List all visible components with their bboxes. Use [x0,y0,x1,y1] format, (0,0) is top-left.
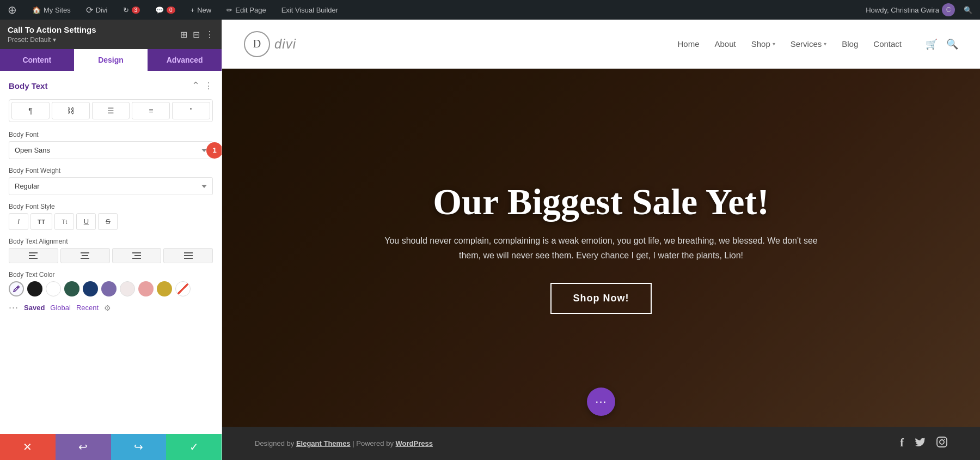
body-font-weight-select[interactable]: Regular Light Medium Bold [9,177,213,195]
style-toolbar: I TT Tt U S [9,213,213,230]
search-icon: 🔍 [964,6,972,14]
color-actions: ··· Saved Global Recent ⚙ [9,302,213,313]
responsive-icon[interactable]: ⊞ [180,29,187,40]
save-button[interactable]: ✓ [166,434,222,460]
cart-icon[interactable]: 🛒 [926,38,938,50]
svg-rect-11 [184,258,193,259]
services-chevron-icon: ▾ [824,41,826,47]
undo-button[interactable]: ↩ [56,434,111,460]
panel-title: Call To Action Settings [8,25,96,34]
color-dropper-btn[interactable] [9,281,24,296]
site-nav: D divi Home About Shop ▾ Services ▾ [222,20,980,69]
comments-btn[interactable]: 💬 0 [152,6,179,14]
align-left-btn[interactable] [9,248,58,263]
new-btn[interactable]: + New [187,6,215,14]
underline-style-btn[interactable]: U [76,213,96,230]
my-sites-btn[interactable]: 🏠 My Sites [29,6,74,14]
color-settings-gear-icon[interactable]: ⚙ [104,304,111,312]
color-dots-icon[interactable]: ··· [9,302,19,313]
color-gold[interactable] [157,281,172,296]
fab-button[interactable]: ··· [587,388,615,416]
body-font-select[interactable]: Open Sans Arial Georgia Helvetica [9,141,213,159]
unordered-list-btn[interactable]: ☰ [92,102,130,119]
color-pink[interactable] [138,281,154,296]
strikethrough-style-btn[interactable]: S [98,213,118,230]
wp-icon[interactable]: ⊕ [4,3,20,16]
site-footer: Designed by Elegant Themes | Powered by … [222,427,980,460]
user-greeting[interactable]: Howdy, Christina Gwira C [862,3,958,16]
nav-blog[interactable]: Blog [842,39,858,49]
nav-icons: 🛒 🔍 [926,38,958,50]
twitter-icon[interactable] [915,437,926,450]
edit-page-btn[interactable]: ✏ Edit Page [223,6,269,14]
svg-rect-2 [29,258,38,259]
admin-search-btn[interactable]: 🔍 [960,6,976,14]
section-collapse-icon[interactable]: ⌃ [192,80,200,92]
color-light-pink[interactable] [120,281,135,296]
color-dark-blue[interactable] [83,281,98,296]
logo-text: divi [274,37,296,52]
color-black[interactable] [27,281,42,296]
align-justify-btn[interactable] [163,248,213,263]
divi-btn[interactable]: ⟳ Divi [83,5,111,15]
paragraph-format-btn[interactable]: ¶ [11,102,50,119]
link-format-btn[interactable]: ⛓ [52,102,90,119]
updates-btn[interactable]: ↻ 3 [120,6,144,14]
body-text-color-label: Body Text Color [9,271,213,279]
section-controls: ⌃ ⋮ [192,80,213,92]
site-search-icon[interactable]: 🔍 [946,38,958,50]
shop-chevron-icon: ▾ [773,41,775,47]
panel-preset[interactable]: Preset: Default ▾ [8,36,96,44]
global-colors-btn[interactable]: Global [50,304,71,312]
section-more-icon[interactable]: ⋮ [204,81,213,91]
tab-design[interactable]: Design [74,49,148,71]
svg-rect-0 [29,252,38,253]
tab-content[interactable]: Content [0,49,74,71]
facebook-icon[interactable]: f [900,437,904,450]
body-text-section-header: Body Text ⌃ ⋮ [9,80,213,92]
sites-icon: 🏠 [32,6,41,14]
svg-rect-4 [82,255,88,256]
user-avatar: C [942,3,955,16]
comments-badge: 0 [167,7,175,14]
color-slash[interactable] [175,281,191,296]
color-purple[interactable] [101,281,117,296]
saved-colors-btn[interactable]: Saved [24,304,45,312]
body-text-alignment-label: Body Text Alignment [9,238,213,245]
exit-builder-btn[interactable]: Exit Visual Builder [278,6,342,14]
body-font-label: Body Font [9,131,213,138]
body-font-weight-label: Body Font Weight [9,167,213,174]
recent-colors-btn[interactable]: Recent [76,304,99,312]
italic-style-btn[interactable]: I [9,213,28,230]
hero-cta-button[interactable]: Shop Now! [550,283,652,314]
color-dark-green[interactable] [64,281,79,296]
align-center-btn[interactable] [60,248,110,263]
plus-icon: + [191,6,195,14]
color-white[interactable] [46,281,61,296]
body-font-row: Body Font Open Sans Arial Georgia Helvet… [9,131,213,159]
svg-point-14 [944,439,945,440]
nav-home[interactable]: Home [677,39,699,49]
allcaps-style-btn[interactable]: TT [30,213,52,230]
ordered-list-btn[interactable]: ≡ [132,102,170,119]
footer-credits: Designed by Elegant Themes | Powered by … [255,439,433,447]
tab-advanced[interactable]: Advanced [148,49,222,71]
nav-shop[interactable]: Shop ▾ [751,39,775,49]
elegant-themes-link[interactable]: Elegant Themes [296,439,351,447]
cancel-button[interactable]: ✕ [0,434,56,460]
nav-services[interactable]: Services ▾ [791,39,827,49]
blockquote-btn[interactable]: " [172,102,210,119]
body-font-style-row: Body Font Style I TT Tt U S [9,203,213,230]
align-right-btn[interactable] [112,248,162,263]
panel-header: Call To Action Settings Preset: Default … [0,20,222,49]
instagram-icon[interactable] [936,437,947,450]
more-options-icon[interactable]: ⋮ [205,29,214,40]
nav-about[interactable]: About [714,39,736,49]
smallcaps-style-btn[interactable]: Tt [54,213,74,230]
grid-icon[interactable]: ⊟ [193,29,200,40]
footer-social: f [900,437,947,450]
wordpress-link[interactable]: WordPress [396,439,433,447]
redo-button[interactable]: ↪ [111,434,167,460]
hero-title: Our Biggest Sale Yet! [383,181,819,222]
nav-contact[interactable]: Contact [873,39,902,49]
